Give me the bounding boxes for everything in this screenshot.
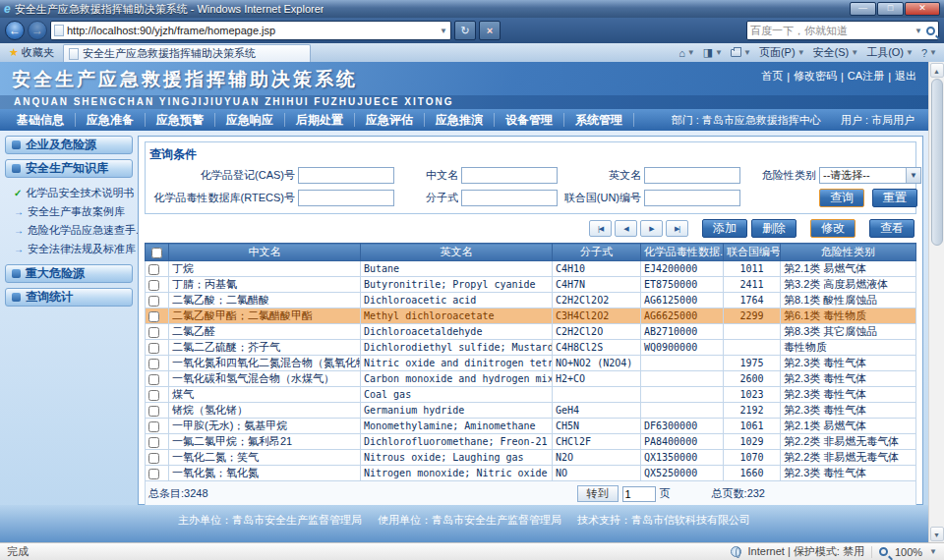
table-row[interactable]: 一氧化碳和氢气混合物（水煤气）Carbon monoxide and hydro… bbox=[146, 371, 916, 387]
nav-item[interactable]: 基础信息 bbox=[6, 113, 76, 127]
header-link[interactable]: 退出 bbox=[895, 69, 916, 84]
feeds-button[interactable]: ◨▼ bbox=[703, 46, 723, 59]
sidebar-group-button[interactable]: 查询统计 bbox=[5, 288, 133, 307]
search-icon[interactable] bbox=[926, 27, 935, 35]
cas-input[interactable] bbox=[298, 167, 394, 184]
row-checkbox[interactable] bbox=[148, 453, 159, 464]
row-checkbox[interactable] bbox=[148, 359, 159, 369]
row-checkbox[interactable] bbox=[148, 469, 159, 479]
home-button[interactable]: ⌂▼ bbox=[678, 47, 695, 59]
page-number-input[interactable] bbox=[622, 486, 656, 502]
row-checkbox[interactable] bbox=[148, 437, 159, 448]
sidebar-item[interactable]: →危险化学品应急速查手... bbox=[14, 223, 133, 238]
table-row[interactable]: 二氯乙酸；二氯醋酸Dichloroacetic acidC2H2Cl2O2AG6… bbox=[146, 293, 916, 308]
row-checkbox[interactable] bbox=[148, 264, 159, 275]
row-checkbox[interactable] bbox=[148, 296, 159, 307]
table-row[interactable]: 煤气Coal gas1023第2.3类 毒性气体 bbox=[146, 387, 916, 403]
back-button[interactable]: ← bbox=[5, 21, 25, 40]
view-button[interactable]: 查看 bbox=[869, 219, 914, 238]
nav-item[interactable]: 应急响应 bbox=[215, 113, 285, 127]
row-checkbox[interactable] bbox=[148, 421, 159, 432]
table-row[interactable]: 丁腈；丙基氰Butyronitrile; Propyl cyanideC4H7N… bbox=[146, 277, 916, 293]
table-row[interactable]: 二氯乙酸甲酯；二氯醋酸甲酯Methyl dichloroacetateC3H4C… bbox=[146, 308, 916, 324]
print-button[interactable]: ▼ bbox=[731, 48, 751, 57]
tools-menu[interactable]: 工具(O)▼ bbox=[866, 45, 914, 60]
safety-menu[interactable]: 安全(S)▼ bbox=[813, 45, 859, 60]
prev-page-icon[interactable]: ◀ bbox=[615, 220, 637, 237]
modify-button[interactable]: 修改 bbox=[810, 219, 856, 238]
add-button[interactable]: 添加 bbox=[702, 219, 747, 238]
cn-name-input[interactable] bbox=[461, 167, 558, 184]
rtecs-input[interactable] bbox=[298, 190, 394, 206]
nav-item[interactable]: 设备管理 bbox=[495, 113, 564, 127]
next-page-icon[interactable]: ▶ bbox=[640, 220, 663, 237]
row-checkbox[interactable] bbox=[148, 406, 159, 417]
table-row[interactable]: 丁烷ButaneC4H10EJ42000001011第2.1类 易燃气体 bbox=[146, 261, 916, 277]
un-input[interactable] bbox=[644, 190, 740, 206]
delete-button[interactable]: 删除 bbox=[751, 219, 796, 238]
tab-active[interactable]: 安全生产应急救援指挥辅助决策系统 bbox=[63, 44, 311, 62]
cell-danger: 第2.3类 毒性气体 bbox=[781, 466, 916, 481]
nav-item[interactable]: 应急推演 bbox=[425, 113, 495, 127]
forward-button[interactable]: → bbox=[28, 21, 47, 40]
sidebar-group-button[interactable]: 企业及危险源 bbox=[5, 136, 133, 154]
formula-input[interactable] bbox=[461, 190, 558, 206]
vertical-scrollbar[interactable]: ▲ ▼ bbox=[928, 62, 944, 542]
row-checkbox[interactable] bbox=[148, 327, 159, 338]
sidebar-item[interactable]: →安全法律法规及标准库 bbox=[14, 242, 133, 256]
maximize-button[interactable]: □ bbox=[877, 2, 904, 16]
select-all-checkbox[interactable] bbox=[151, 248, 162, 258]
zoom-dropdown-icon[interactable]: ▼ bbox=[929, 547, 937, 556]
nav-item[interactable]: 系统管理 bbox=[564, 113, 634, 127]
sidebar-item[interactable]: ✓化学品安全技术说明书 bbox=[14, 186, 133, 200]
sidebar-group-button[interactable]: 安全生产知识库 bbox=[5, 159, 133, 178]
en-name-input[interactable] bbox=[644, 167, 740, 184]
address-dropdown-icon[interactable]: ▼ bbox=[440, 27, 447, 35]
help-menu[interactable]: ?▼ bbox=[921, 47, 937, 59]
sidebar-item[interactable]: →安全生产事故案例库 bbox=[14, 204, 133, 219]
table-row[interactable]: 二氯二乙硫醚；芥子气Dichlorodiethyl sulfide; Musta… bbox=[146, 340, 916, 356]
row-checkbox[interactable] bbox=[148, 390, 159, 401]
danger-class-select[interactable]: --请选择-- ▼ bbox=[819, 167, 921, 184]
search-button[interactable]: 查询 bbox=[819, 189, 864, 207]
first-page-icon[interactable]: |◀ bbox=[589, 220, 612, 237]
table-row[interactable]: 一甲胺(无水)；氨基甲烷Monomethylamine; Aminomethan… bbox=[146, 419, 916, 434]
table-row[interactable]: 一氧化二氮；笑气Nitrous oxide; Laughing gasN2OQX… bbox=[146, 450, 916, 466]
cell-formula: C4H10 bbox=[553, 261, 641, 277]
refresh-button[interactable]: ↻ bbox=[454, 21, 476, 40]
scroll-down-icon[interactable]: ▼ bbox=[930, 527, 944, 541]
table-row[interactable]: 一氟二氯甲烷；氟利昂21Dichlorofluoromethane; Freon… bbox=[146, 434, 916, 450]
last-page-icon[interactable]: ▶| bbox=[666, 220, 688, 237]
zoom-level[interactable]: 100% bbox=[895, 546, 922, 558]
header-link[interactable]: 修改密码 bbox=[794, 69, 837, 84]
header-link[interactable]: 首页 bbox=[761, 69, 783, 84]
minimize-button[interactable]: — bbox=[850, 2, 876, 16]
row-checkbox[interactable] bbox=[148, 374, 159, 385]
scroll-up-icon[interactable]: ▲ bbox=[930, 63, 944, 78]
search-box[interactable]: 百度一下，你就知道 ▼ bbox=[746, 21, 939, 40]
url-text[interactable]: http://localhost:90/yjzh/frame/homepage.… bbox=[67, 25, 437, 36]
scrollbar-thumb[interactable] bbox=[931, 79, 943, 246]
reset-button[interactable]: 重置 bbox=[872, 189, 917, 207]
stop-button[interactable]: × bbox=[479, 21, 501, 40]
table-row[interactable]: 一氧化氮；氧化氮Nitrogen monoxide; Nitric oxideN… bbox=[146, 466, 916, 481]
sidebar-group-button[interactable]: 重大危险源 bbox=[5, 264, 133, 283]
table-row[interactable]: 二氯乙醛DichloroacetaldehydeC2H2Cl2OAB271000… bbox=[146, 324, 916, 340]
nav-item[interactable]: 后期处置 bbox=[285, 113, 355, 127]
row-checkbox[interactable] bbox=[148, 343, 159, 354]
table-row[interactable]: 一氧化氮和四氧化二氮混合物（氮氧化物，硝基气，氧化氮气体）Nitric oxid… bbox=[146, 356, 916, 371]
address-bar[interactable]: http://localhost:90/yjzh/frame/homepage.… bbox=[50, 21, 451, 40]
row-checkbox[interactable] bbox=[148, 280, 159, 291]
search-input[interactable]: 百度一下，你就知道 bbox=[750, 24, 911, 38]
row-checkbox[interactable] bbox=[148, 311, 159, 322]
page-menu[interactable]: 页面(P)▼ bbox=[759, 45, 805, 60]
table-row[interactable]: 锗烷（氢化锗）Germanium hydrideGeH42192第2.3类 毒性… bbox=[146, 403, 916, 419]
favorites-button[interactable]: ★ 收藏夹 bbox=[3, 44, 60, 61]
nav-item[interactable]: 应急预警 bbox=[146, 113, 215, 127]
goto-page-button[interactable]: 转到 bbox=[577, 485, 619, 502]
search-dropdown-icon[interactable]: ▼ bbox=[914, 27, 922, 35]
nav-item[interactable]: 应急准备 bbox=[76, 113, 146, 127]
close-button[interactable]: ✕ bbox=[905, 2, 940, 16]
nav-item[interactable]: 应急评估 bbox=[355, 113, 425, 127]
header-link[interactable]: CA注册 bbox=[848, 69, 884, 84]
